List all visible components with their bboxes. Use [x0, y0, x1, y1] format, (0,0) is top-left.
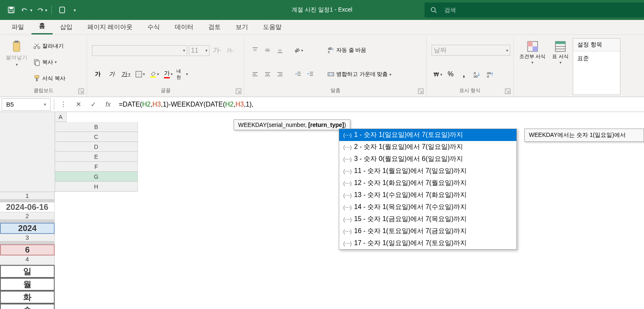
fx-button[interactable]: fx	[101, 98, 116, 111]
formula-bar: B5 ▾ ⋮ ✕ ✓ fx =DATE(H2,H3,1)-WEEKDAY(DAT…	[0, 97, 644, 112]
font-color-button[interactable]: 가▾	[162, 69, 174, 80]
undo-button[interactable]: ▾	[20, 4, 32, 16]
intellisense-item[interactable]: (⋯)3 - 숫자 0(월요일)에서 6(일요일)까지	[339, 153, 516, 165]
tab-help[interactable]: 도움말	[256, 20, 289, 34]
intellisense-item[interactable]: (⋯)12 - 숫자 1(화요일)에서 7(월요일)까지	[339, 177, 516, 189]
decrease-font-button[interactable]: 가↓	[224, 45, 236, 56]
search-box[interactable]	[425, 2, 644, 17]
orientation-button[interactable]: ab▾	[292, 45, 304, 56]
col-header-C[interactable]: C	[55, 132, 138, 142]
underline-button[interactable]: 가▾	[120, 69, 132, 80]
fill-color-button[interactable]: ▾	[148, 69, 160, 80]
wrap-text-button[interactable]: abc 자동 줄 바꿈	[326, 46, 393, 55]
align-middle-button[interactable]	[262, 45, 273, 56]
clipboard-dialog-launcher[interactable]	[78, 88, 84, 94]
row-header-4[interactable]: 4	[0, 255, 55, 265]
row-header-3[interactable]: 3	[0, 234, 55, 241]
tab-page-layout[interactable]: 페이지 레이아웃	[80, 20, 140, 34]
cut-button[interactable]: 잘라내기	[31, 41, 67, 51]
cond-format-icon	[526, 40, 539, 53]
col-header-F[interactable]: F	[55, 162, 138, 172]
cell-B4[interactable]: 일	[0, 265, 55, 278]
touch-mode-button[interactable]	[56, 4, 68, 16]
col-header-A[interactable]: A	[55, 112, 67, 122]
cell-H3[interactable]: 6	[0, 244, 55, 255]
alignment-dialog-launcher[interactable]	[418, 88, 424, 94]
search-input[interactable]	[444, 7, 638, 13]
merge-center-button[interactable]: 병합하고 가운데 맞춤 ▾	[326, 70, 393, 79]
tab-view[interactable]: 보기	[228, 20, 256, 34]
table-icon	[554, 40, 567, 53]
intellisense-item[interactable]: (⋯)2 - 숫자 1(월요일)에서 7(일요일)까지	[339, 141, 516, 153]
font-size-combo[interactable]: 11▾	[189, 45, 210, 56]
intellisense-item[interactable]: (⋯)13 - 숫자 1(수요일)에서 7(화요일)까지	[339, 189, 516, 201]
comma-button[interactable]: ,	[458, 69, 470, 80]
cell-H2[interactable]: 2024	[0, 223, 55, 234]
font-dialog-launcher[interactable]	[236, 88, 241, 94]
save-button[interactable]	[5, 4, 17, 16]
col-header-D[interactable]: D	[55, 142, 138, 152]
cell-D4[interactable]: 화	[0, 291, 55, 304]
italic-button[interactable]: 가	[106, 69, 118, 80]
increase-decimal-button[interactable]: .0.00	[471, 69, 483, 80]
cell-H1[interactable]: 2024-06-16	[0, 202, 55, 212]
svg-rect-6	[13, 41, 20, 51]
align-top-button[interactable]	[249, 45, 261, 56]
tab-insert[interactable]: 삽입	[53, 20, 80, 34]
cancel-button[interactable]: ✕	[71, 98, 86, 111]
customize-qat-button[interactable]: ▾	[71, 4, 78, 16]
col-header-H[interactable]: H	[55, 182, 138, 192]
percent-button[interactable]: %	[445, 69, 456, 80]
increase-indent-button[interactable]	[305, 69, 316, 80]
increase-font-button[interactable]: 가↑	[211, 45, 223, 56]
name-box[interactable]: B5 ▾	[2, 98, 51, 111]
ribbon-group-font: ▾ 11▾ 가↑ 가↓ 가 가 가▾ ▾ ▾ 가▾ 내천▾ 글꼴	[87, 37, 244, 97]
tab-file[interactable]: 파일	[4, 20, 31, 34]
align-center-button[interactable]	[262, 69, 273, 80]
conditional-formatting-button[interactable]: 조건부 서식 ▾	[517, 38, 548, 95]
svg-rect-20	[150, 76, 156, 78]
options-button[interactable]: ⋮	[56, 98, 71, 111]
decrease-decimal-button[interactable]: .00.0	[485, 69, 496, 80]
redo-button[interactable]: ▾	[35, 4, 47, 16]
borders-button[interactable]: ▾	[134, 69, 146, 80]
select-all[interactable]	[0, 112, 55, 192]
tab-home[interactable]: 홈	[31, 19, 53, 34]
col-header-B[interactable]: B	[55, 122, 138, 132]
enter-button[interactable]: ✓	[86, 98, 101, 111]
paste-button[interactable]: 붙여넣기 ▾	[3, 38, 30, 86]
tab-formulas[interactable]: 수식	[140, 20, 167, 34]
decrease-indent-button[interactable]	[292, 69, 304, 80]
cell-E4[interactable]: 수	[0, 304, 55, 309]
ribbon-group-clipboard: 붙여넣기 ▾ 잘라내기 복사 ▾ 서식 복사 클립보드	[0, 37, 87, 97]
align-right-button[interactable]	[274, 69, 286, 80]
row-header-2[interactable]: 2	[0, 212, 55, 220]
cell-styles-gallery[interactable]: 설정 항목 표준	[573, 38, 620, 95]
format-as-table-button[interactable]: 표 서식 ▾	[550, 38, 571, 95]
bold-button[interactable]: 가	[92, 69, 104, 80]
align-left-button[interactable]	[249, 69, 261, 80]
tab-data[interactable]: 데이터	[167, 20, 201, 34]
col-header-G[interactable]: G	[55, 172, 138, 182]
formula-input[interactable]: =DATE(H2,H3,1)-WEEKDAY(DATE(H2,H3,1),	[116, 101, 644, 108]
align-bottom-button[interactable]	[274, 45, 286, 56]
copy-button[interactable]: 복사 ▾	[31, 58, 67, 67]
intellisense-item[interactable]: (⋯)16 - 숫자 1(토요일)에서 7(금요일)까지	[339, 225, 516, 237]
function-tooltip[interactable]: WEEKDAY(serial_number, [return_type])	[234, 119, 350, 130]
format-painter-button[interactable]: 서식 복사	[31, 74, 67, 83]
intellisense-item[interactable]: (⋯)11 - 숫자 1(월요일)에서 7(일요일)까지	[339, 165, 516, 177]
row-header-1[interactable]: 1	[0, 192, 55, 200]
intellisense-item[interactable]: (⋯)15 - 숫자 1(금요일)에서 7(목요일)까지	[339, 213, 516, 225]
intellisense-item[interactable]: (⋯)17 - 숫자 1(일요일)에서 7(토요일)까지	[339, 237, 516, 249]
number-format-combo[interactable]: 날짜▾	[432, 45, 510, 56]
number-dialog-launcher[interactable]	[505, 88, 511, 94]
ruby-button[interactable]: 내천▾	[176, 69, 188, 80]
col-header-E[interactable]: E	[55, 152, 138, 162]
cell-C4[interactable]: 월	[0, 278, 55, 291]
currency-button[interactable]: ₩▾	[432, 69, 443, 80]
svg-point-8	[34, 46, 36, 49]
font-name-combo[interactable]: ▾	[92, 45, 187, 56]
intellisense-item[interactable]: (⋯)14 - 숫자 1(목요일)에서 7(수요일)까지	[339, 201, 516, 213]
intellisense-item[interactable]: (⋯)1 - 숫자 1(일요일)에서 7(토요일)까지	[339, 129, 516, 141]
tab-review[interactable]: 검토	[201, 20, 228, 34]
